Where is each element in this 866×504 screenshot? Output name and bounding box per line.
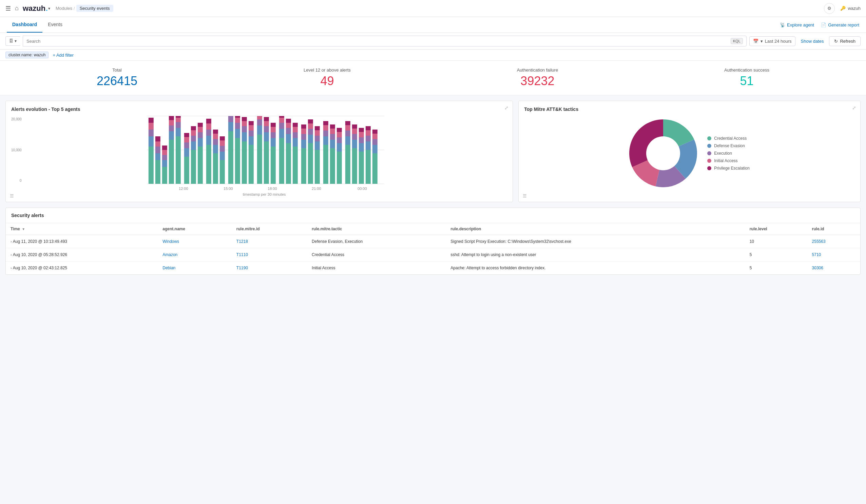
svg-rect-148 [358,137,364,143]
stat-auth-success-label: Authentication success [724,67,769,72]
sort-icon[interactable]: ▼ [22,227,25,231]
svg-rect-82 [264,132,269,142]
svg-rect-18 [169,140,174,184]
table-header-row: Time ▼ agent.name rule.mitre.id rule.mit… [6,223,860,235]
refresh-button[interactable]: ↻ Refresh [829,36,861,46]
expand-row-2[interactable]: › [11,253,13,257]
add-filter-button[interactable]: + Add filter [53,53,74,58]
stat-auth-success: Authentication success 51 [724,67,769,88]
cell-mitre-id-2: T1110 [232,248,307,261]
explore-agent-link[interactable]: 📡 Explore agent [780,22,814,27]
svg-rect-160 [372,130,377,134]
pie-list-icon[interactable]: ☰ [523,193,527,199]
cell-agent-name-2: Amazon [158,248,232,261]
pie-expand-icon[interactable]: ⤢ [852,105,856,111]
svg-rect-109 [301,128,306,134]
search-input[interactable] [26,39,731,44]
calendar-icon: 📅 [753,39,758,44]
pie-chart-panel: Top Mitre ATT&K tactics ⤢ [518,101,861,202]
time-filter-button[interactable]: 📅 ▾ Last 24 hours [749,36,796,46]
svg-rect-99 [286,123,291,128]
svg-rect-23 [175,136,180,184]
svg-rect-91 [279,138,284,184]
table-row: › Aug 10, 2020 @ 05:28:52.926 Amazon T11… [6,248,860,261]
svg-rect-11 [155,142,160,146]
svg-rect-80 [257,116,262,119]
svg-rect-68 [242,132,247,142]
col-rule-mitre-tactic: rule.mitre.tactic [307,223,446,235]
filter-type-button[interactable]: 🗄 ▾ [5,36,20,46]
stat-level12: Level 12 or above alerts 49 [303,67,351,88]
cluster-filter-tag[interactable]: cluster.name: wazuh [5,52,48,58]
svg-rect-125 [323,121,328,125]
tab-bar: Dashboard Events 📡 Explore agent 📄 Gener… [0,17,866,33]
tab-dashboard[interactable]: Dashboard [7,17,42,33]
expand-icon[interactable]: ⤢ [504,105,509,111]
svg-rect-28 [184,157,189,184]
cell-level-3: 5 [745,261,807,275]
expand-row-3[interactable]: › [11,266,13,270]
settings-icon[interactable]: ⚙ [824,3,835,14]
agent-name-link-3[interactable]: Debian [163,266,175,270]
filter-icon: 🗄 [9,39,13,43]
pie-legend-credential-access: Credential Access [707,136,750,141]
svg-rect-76 [248,121,253,125]
svg-rect-52 [213,130,218,134]
svg-rect-19 [169,131,174,140]
cell-description-3: Apache: Attempt to access forbidden dire… [446,261,745,275]
svg-rect-90 [270,123,276,127]
svg-rect-72 [248,145,253,184]
chevron-icon: ▾ [14,39,16,43]
svg-rect-56 [220,141,224,146]
svg-rect-50 [213,139,218,145]
col-rule-description: rule.description [446,223,745,235]
svg-rect-39 [197,138,202,146]
home-icon[interactable]: ⌂ [15,5,19,12]
svg-rect-79 [257,119,262,125]
expand-row-1[interactable]: › [11,239,13,244]
rule-id-link-1[interactable]: 255563 [812,239,826,244]
report-icon: 📄 [821,22,826,27]
svg-rect-151 [365,150,370,184]
svg-rect-43 [206,145,211,184]
svg-rect-94 [279,118,284,123]
cell-rule-id-3: 30306 [807,261,860,275]
list-icon[interactable]: ☰ [10,193,14,199]
breadcrumb-modules[interactable]: Modules [56,6,72,11]
svg-rect-103 [292,132,298,138]
x-axis-label: timestamp per 30 minutes [21,192,507,197]
svg-rect-77 [257,135,262,184]
svg-rect-4 [148,136,153,146]
mitre-id-link-1[interactable]: T1218 [236,239,248,244]
chevron-down-icon[interactable]: ▾ [48,6,50,11]
svg-rect-40 [197,132,202,138]
svg-rect-57 [220,136,224,141]
svg-rect-20 [169,125,174,131]
agent-name-link-2[interactable]: Amazon [163,252,177,257]
svg-text:21:00: 21:00 [312,187,321,191]
cell-mitre-id-1: T1218 [232,235,307,248]
mitre-id-link-2[interactable]: T1110 [236,252,248,257]
agent-name-link-1[interactable]: Windows [163,239,179,244]
svg-rect-46 [206,123,211,130]
svg-rect-135 [336,128,342,132]
rule-id-link-3[interactable]: 30306 [812,266,823,270]
rule-id-link-2[interactable]: 5710 [812,252,821,257]
svg-rect-67 [242,142,247,184]
tabs: Dashboard Events [7,17,68,33]
generate-report-link[interactable]: 📄 Generate report [821,22,859,27]
svg-rect-129 [330,128,335,134]
cell-level-2: 5 [745,248,807,261]
tab-events[interactable]: Events [42,17,68,33]
svg-rect-153 [365,136,370,142]
user-menu[interactable]: 🔑 wazuh [840,6,861,11]
svg-rect-112 [308,135,313,143]
stat-auth-failure-value: 39232 [517,74,558,88]
svg-rect-15 [162,155,167,160]
mitre-id-link-3[interactable]: T1190 [236,266,248,270]
show-dates-button[interactable]: Show dates [798,39,826,44]
svg-rect-9 [155,153,160,160]
kql-badge[interactable]: KQL [731,38,743,44]
cell-mitre-tactic-2: Credential Access [307,248,446,261]
hamburger-menu[interactable]: ☰ [5,5,11,12]
